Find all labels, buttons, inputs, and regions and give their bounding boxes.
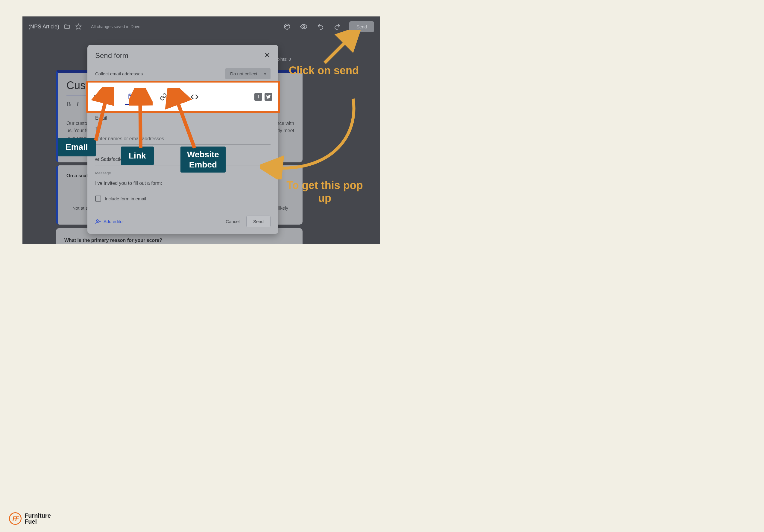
facebook-icon[interactable]: f [254, 93, 262, 101]
to-input[interactable]: Enter names or email addresses [95, 131, 271, 145]
add-editor-button[interactable]: Add editor [95, 218, 124, 224]
annotation-email: Email [58, 138, 96, 156]
annotation-click-send: Click on send [288, 64, 360, 77]
furniture-fuel-logo: FF FurnitureFuel [9, 512, 51, 525]
to-label: To [95, 126, 271, 131]
palette-icon[interactable] [282, 22, 292, 31]
send-via-label: Send via [94, 94, 112, 99]
bold-icon[interactable]: B [67, 100, 71, 108]
svg-point-4 [303, 26, 305, 28]
annotation-link: Link [121, 147, 154, 165]
modal-send-button[interactable]: Send [246, 215, 271, 227]
scale-low-label: Not at al [73, 205, 89, 210]
doc-title: (NPS Article) [28, 24, 59, 30]
forms-toolbar: (NPS Article) All changes saved in Drive… [22, 21, 380, 33]
send-form-modal: Send form Collect email addresses Do not… [88, 45, 278, 234]
send-via-embed-icon[interactable] [187, 90, 202, 104]
svg-point-1 [285, 26, 286, 27]
undo-icon[interactable] [316, 22, 325, 31]
svg-point-2 [286, 25, 287, 26]
include-form-checkbox[interactable] [95, 196, 101, 201]
reason-placeholder: Long answer text [56, 243, 302, 244]
message-input[interactable]: I've invited you to fill out a form: [95, 175, 271, 189]
send-button[interactable]: Send [349, 21, 374, 32]
svg-point-8 [96, 219, 98, 221]
folder-icon[interactable] [64, 23, 71, 30]
save-status: All changes saved in Drive [91, 24, 140, 29]
send-via-link-icon[interactable] [156, 90, 171, 104]
star-icon[interactable] [75, 23, 82, 30]
collect-email-dropdown[interactable]: Do not collect [225, 68, 271, 79]
logo-text: FurnitureFuel [25, 513, 51, 525]
email-section-label: Email [95, 115, 271, 121]
twitter-icon[interactable] [265, 93, 272, 101]
collect-email-label: Collect email addresses [95, 71, 143, 76]
svg-marker-0 [76, 24, 81, 29]
preview-icon[interactable] [299, 22, 308, 31]
cancel-button[interactable]: Cancel [226, 219, 240, 224]
redo-icon[interactable] [332, 22, 342, 31]
annotation-popup: To get this pop up [284, 179, 365, 204]
send-via-row: Send via f [86, 81, 280, 113]
annotation-embed: Website Embed [180, 147, 226, 173]
modal-title: Send form [95, 52, 128, 60]
logo-mark: FF [9, 512, 22, 525]
google-forms-screenshot: (NPS Article) All changes saved in Drive… [22, 16, 380, 244]
svg-point-3 [287, 25, 288, 26]
send-via-email-icon[interactable] [125, 89, 139, 105]
italic-icon[interactable]: I [76, 100, 79, 108]
include-form-label: Include form in email [105, 196, 146, 201]
close-icon[interactable] [264, 52, 271, 60]
